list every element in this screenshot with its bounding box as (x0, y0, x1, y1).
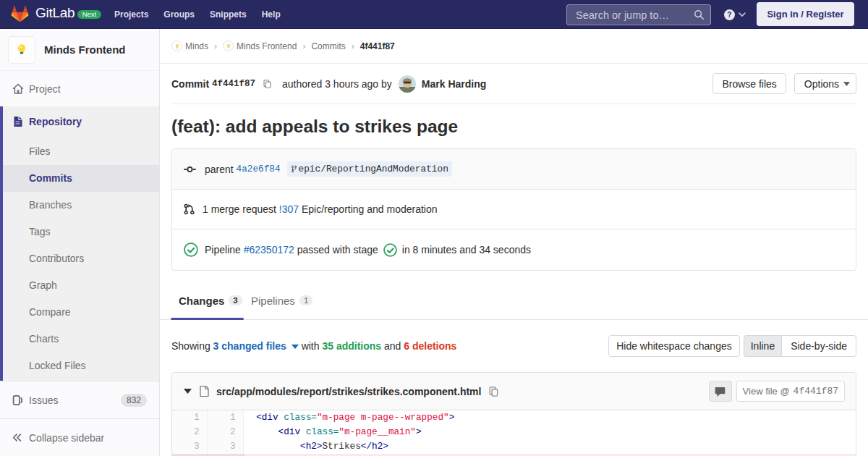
svg-text:?: ? (727, 11, 731, 19)
